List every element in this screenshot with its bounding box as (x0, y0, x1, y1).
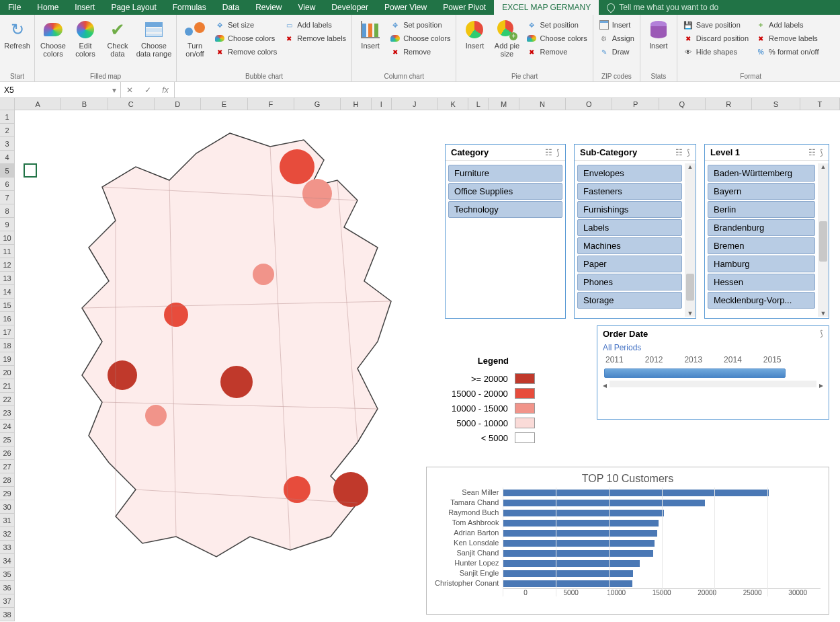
col-header-C[interactable]: C (108, 98, 155, 110)
row-header-19[interactable]: 19 (0, 352, 15, 366)
slicer-item-subcategory[interactable]: Furnishings (577, 201, 682, 218)
slicer-item-subcategory[interactable]: Labels (577, 219, 682, 236)
row-header-38[interactable]: 38 (0, 608, 15, 621)
tab-power-pivot[interactable]: Power Pivot (435, 0, 494, 15)
col-header-A[interactable]: A (15, 98, 61, 110)
tab-formulas[interactable]: Formulas (165, 0, 214, 15)
row-header-31[interactable]: 31 (0, 514, 15, 527)
slicer-item-level1[interactable]: Brandenburg (708, 219, 815, 236)
slicer-item-subcategory[interactable]: Storage (577, 292, 682, 309)
row-header-37[interactable]: 37 (0, 594, 15, 608)
tell-me[interactable]: Tell me what you want to do (599, 0, 726, 15)
slicer-item-subcategory[interactable]: Machines (577, 237, 682, 254)
row-header-6[interactable]: 6 (0, 178, 15, 191)
col-header-E[interactable]: E (201, 98, 247, 110)
slicer-item-level1[interactable]: Bayern (708, 183, 815, 200)
row-header-15[interactable]: 15 (0, 299, 15, 312)
clear-filter-icon[interactable]: ⟆ (687, 148, 690, 157)
scroll-up-icon[interactable]: ▲ (821, 163, 827, 170)
slicer-item-level1[interactable]: Mecklenburg-Vorp... (708, 292, 815, 309)
row-header-27[interactable]: 27 (0, 460, 15, 473)
bubble-add-labels-button[interactable]: Add labels (281, 19, 349, 31)
worksheet-area[interactable]: Legend >= 2000015000 - 2000010000 - 1500… (15, 110, 840, 622)
timeline-scrollbar[interactable]: ◂▸ (597, 381, 829, 393)
row-header-30[interactable]: 30 (0, 500, 15, 514)
timeline-track[interactable] (604, 368, 786, 378)
timeline-period-link[interactable]: All Periods (597, 342, 829, 354)
row-header-21[interactable]: 21 (0, 379, 15, 393)
scroll-left-icon[interactable]: ◂ (603, 381, 607, 390)
row-header-8[interactable]: 8 (0, 204, 15, 218)
discard-position-button[interactable]: Discard position (680, 32, 751, 44)
col-header-J[interactable]: J (392, 98, 438, 110)
col-header-Q[interactable]: Q (659, 98, 706, 110)
row-header-26[interactable]: 26 (0, 446, 15, 460)
top-customers-chart[interactable]: TOP 10 Customers Sean MillerTamara Chand… (426, 467, 829, 615)
col-header-F[interactable]: F (248, 98, 294, 110)
slicer-item-category[interactable]: Office Supplies (448, 183, 562, 200)
row-header-11[interactable]: 11 (0, 245, 15, 258)
multiselect-icon[interactable]: ☷ (808, 148, 816, 157)
bubble-remove-labels-button[interactable]: Remove labels (281, 32, 349, 44)
choose-data-range-button[interactable]: Choose data range (134, 16, 173, 58)
row-header-3[interactable]: 3 (0, 137, 15, 151)
tab-page-layout[interactable]: Page Layout (103, 0, 164, 15)
slicer-subcategory[interactable]: Sub-Category ☷⟆ EnvelopesFastenersFurnis… (574, 144, 696, 319)
tab-developer[interactable]: Developer (323, 0, 376, 15)
fx-icon[interactable]: fx (162, 85, 168, 95)
scroll-down-icon[interactable]: ▼ (687, 310, 694, 317)
col-header-N[interactable]: N (519, 98, 566, 110)
row-header-23[interactable]: 23 (0, 406, 15, 420)
tab-home[interactable]: Home (29, 0, 67, 15)
col-header-K[interactable]: K (438, 98, 469, 110)
row-header-33[interactable]: 33 (0, 541, 15, 554)
row-header-28[interactable]: 28 (0, 473, 15, 487)
row-header-17[interactable]: 17 (0, 325, 15, 339)
save-position-button[interactable]: Save position (680, 19, 751, 31)
select-all-corner[interactable] (0, 98, 15, 110)
row-header-13[interactable]: 13 (0, 272, 15, 285)
bubble-remove-colors-button[interactable]: Remove colors (212, 46, 280, 58)
slicer-item-subcategory[interactable]: Phones (577, 274, 682, 290)
slicer-item-category[interactable]: Technology (448, 201, 562, 218)
pie-set-position-button[interactable]: Set position (523, 19, 589, 31)
row-header-9[interactable]: 9 (0, 218, 15, 231)
refresh-button[interactable]: Refresh (2, 16, 33, 50)
stats-insert-button[interactable]: Insert (643, 16, 674, 50)
row-header-14[interactable]: 14 (0, 285, 15, 299)
row-header-36[interactable]: 36 (0, 581, 15, 594)
zip-draw-button[interactable]: Draw (596, 46, 637, 58)
row-header-4[interactable]: 4 (0, 151, 15, 164)
choose-colors-button[interactable]: Choose colors (38, 16, 69, 58)
row-header-1[interactable]: 1 (0, 110, 15, 124)
enter-formula-icon[interactable]: ✓ (144, 85, 151, 95)
scroll-up-icon[interactable]: ▲ (687, 163, 694, 170)
column-choose-colors-button[interactable]: Choose colors (387, 32, 453, 44)
column-remove-button[interactable]: Remove (387, 46, 453, 58)
slicer-item-level1[interactable]: Baden-Württemberg (708, 165, 815, 182)
clear-filter-icon[interactable]: ⟆ (820, 329, 823, 339)
row-header-32[interactable]: 32 (0, 527, 15, 541)
col-header-D[interactable]: D (155, 98, 201, 110)
format-remove-labels-button[interactable]: Remove labels (753, 32, 821, 44)
row-header-5[interactable]: 5 (0, 164, 15, 178)
tab-data[interactable]: Data (214, 0, 247, 15)
germany-map[interactable] (42, 126, 418, 563)
slicer-level1[interactable]: Level 1 ☷⟆ Baden-WürttembergBayernBerlin… (704, 144, 829, 319)
slicer-scrollbar[interactable]: ▲▼ (685, 163, 696, 317)
pie-insert-button[interactable]: Insert (459, 16, 490, 50)
hide-shapes-button[interactable]: Hide shapes (680, 46, 751, 58)
name-box-dropdown-icon[interactable]: ▾ (112, 85, 116, 95)
row-header-2[interactable]: 2 (0, 124, 15, 137)
col-header-H[interactable]: H (341, 98, 372, 110)
tab-file[interactable]: File (0, 0, 29, 15)
slicer-category[interactable]: Category ☷⟆ FurnitureOffice SuppliesTech… (445, 144, 566, 319)
slicer-item-level1[interactable]: Hessen (708, 274, 815, 290)
clear-filter-icon[interactable]: ⟆ (820, 148, 823, 157)
col-header-P[interactable]: P (612, 98, 659, 110)
bubble-toggle-button[interactable]: Turn on/off (179, 16, 210, 58)
row-header-16[interactable]: 16 (0, 312, 15, 325)
col-header-I[interactable]: I (372, 98, 392, 110)
slicer-scrollbar[interactable]: ▲▼ (818, 163, 829, 317)
row-header-18[interactable]: 18 (0, 339, 15, 352)
